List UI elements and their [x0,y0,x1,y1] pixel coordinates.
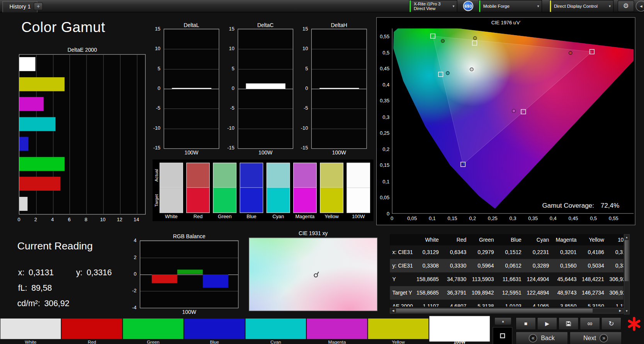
axis-tick-label: 0 [305,85,308,91]
gridline [103,55,104,214]
pattern-button-cyan[interactable] [246,319,306,339]
deltae2000-xticks: 02468101214 [19,217,146,223]
table-vertical-scrollbar[interactable]: ▲ ▼ [624,234,630,315]
pattern-button-blue[interactable] [184,319,245,339]
reading-x-value: 0,3131 [29,268,54,277]
chevron-down-icon[interactable]: ▾ [607,4,613,8]
axis-tick-label: -5 [156,105,160,111]
bar-100w [246,84,285,89]
axis-tick-label: 0,15 [448,215,457,221]
axis-tick-label: -10 [301,125,308,131]
table-row[interactable]: ΔE 20001,11074,68075,31381,01034,10653,8… [390,300,624,307]
bar-100w [172,88,211,89]
axis-tick-label: -15 [153,145,160,151]
table-cell: 148,4221 [581,273,608,286]
gridline [312,129,367,129]
table-cell: 36,3791 [443,286,470,300]
gridline [312,69,367,69]
axis-tick-label: 0,3 [510,215,517,221]
target-row-label: Target [154,188,160,213]
swatch-label: Green [211,214,238,220]
row-label: ΔE 2000 [390,300,415,307]
table-cell: 0,2979 [471,246,498,259]
table-cell: 306,9200 [608,286,623,300]
table-cell: 3,8550 [553,300,581,307]
column-header: Red [443,234,470,246]
table-row[interactable]: y: CIE310,33080,33300,59640,06120,32890,… [390,259,624,273]
settings-button[interactable]: ⚙ [618,0,634,12]
reading-cdm2-value: 306,92 [44,299,70,308]
axis-tick-label: 0 [17,217,20,222]
axis-tick-label: 0,2 [382,146,389,152]
pattern-bar: WhiteRedGreenBlueCyanMagentaYellow100W [0,316,492,344]
display-control-dropdown[interactable]: Direct Display Control ▾ [549,0,613,12]
scroll-up-icon[interactable]: ▲ [624,235,629,240]
pattern-source-dropdown[interactable]: Mobile Forge ▾ [479,0,542,12]
chevron-down-icon[interactable]: ▾ [450,4,457,8]
save-button[interactable] [559,317,579,330]
pattern-button-white[interactable] [0,319,61,339]
gamut-coverage-value: 72,4% [601,202,619,209]
deltal-xlabel: 100W [164,149,219,156]
deltah-chart-title: DeltaH [311,22,367,28]
horizontal-scrollbar-thumb[interactable] [396,308,593,313]
next-button[interactable]: Next» [569,332,622,344]
cie76-title: CIE 1976 u'v' [377,20,635,25]
deltae-bar-red [19,177,60,191]
reading-y-value: 0,3316 [87,268,112,277]
back-button[interactable]: «Back [516,332,568,344]
swatch-actual-white [160,163,183,188]
stop-button[interactable]: ■ [516,317,536,330]
axis-tick-label: 15 [302,26,308,32]
axis-tick-label: -10 [153,125,160,131]
play-button[interactable]: ▶ [537,317,557,330]
reading-cdm2-label: cd/m²: [17,299,40,308]
axis-tick-label: 0,45 [380,66,389,71]
add-tab-button[interactable]: + [34,2,42,10]
pattern-button-100w[interactable] [429,316,489,342]
scroll-down-icon[interactable]: ▼ [624,308,629,313]
expand-pattern-panel-button[interactable]: ▲ [494,317,512,325]
rgb-balance-plot [140,241,238,308]
axis-tick-label: 14 [134,217,139,222]
chevron-down-icon[interactable]: ▾ [535,4,542,8]
table-cell: 0,3129 [415,246,443,259]
scroll-right-icon[interactable]: ▶ [618,308,623,313]
gridline [238,148,293,149]
continuous-measure-button[interactable]: ∞ [580,317,600,330]
scroll-left-icon[interactable]: ◀ [391,308,396,313]
axis-tick-label: 10 [229,46,234,52]
table-cell: 0,1512 [498,246,525,259]
pattern-label: Magenta [307,339,367,344]
pattern-button-red[interactable] [62,319,122,339]
collapse-panel-button[interactable]: ◂ [636,1,644,12]
axis-tick-label: 0,55 [380,34,389,39]
pattern-window-preview[interactable] [493,327,512,344]
save-icon [566,320,572,327]
table-horizontal-scrollbar[interactable]: ◀ ▶ [390,308,624,313]
measurement-cyan [446,71,450,75]
refresh-button[interactable]: ↻ [601,317,621,330]
axis-tick-label: 6 [68,217,71,222]
window-icon [500,333,505,338]
pattern-button-magenta[interactable] [307,319,367,339]
pattern-button-green[interactable] [123,319,183,339]
swatch-label: Red [185,214,211,220]
swatch-panel: Actual Target WhiteRedGreenBlueCyanMagen… [153,159,374,221]
axis-tick-label: 10 [155,46,160,52]
pattern-button-yellow[interactable] [368,319,428,339]
tab-history-1[interactable]: History 1 [2,1,37,12]
calman-app-window: History 1 + X-Rite i1Pro 3 Direct View ▾… [0,0,644,344]
table-row[interactable]: Target Y158,868536,3791109,894212,595112… [390,286,624,300]
table-row[interactable]: x: CIE310,31290,63430,29790,15120,22310,… [390,246,624,259]
table-cell: 0,3289 [525,259,553,273]
vertical-scrollbar-thumb[interactable] [625,240,629,281]
table-row[interactable]: Y158,868534,7830113,590311,6631124,49044… [390,273,624,286]
play-icon: ▶ [545,320,549,327]
measurement-magenta [512,109,516,113]
meter-dropdown[interactable]: X-Rite i1Pro 3 Direct View ▾ [409,0,457,12]
axis-tick-label: 0,3 [382,114,389,120]
table-cell: 0,1560 [553,259,581,273]
table-cell: 109,8942 [471,286,498,300]
swatch-target-blue [240,188,263,213]
